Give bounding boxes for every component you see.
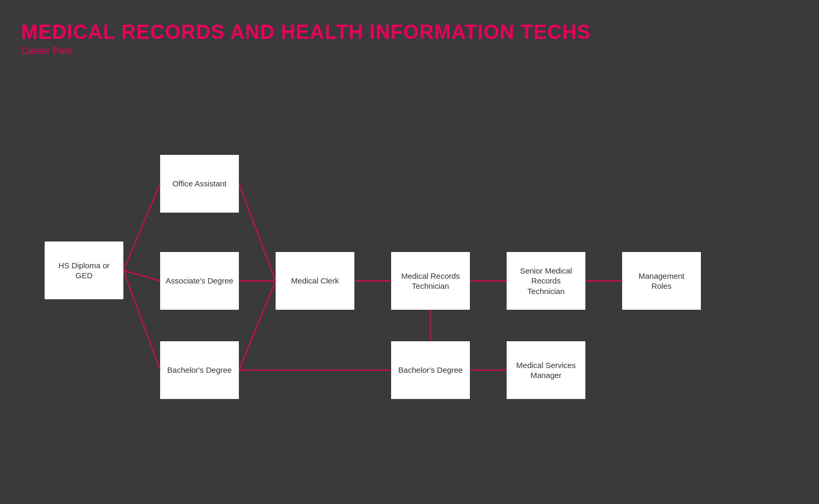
node-medical-records-tech: Medical Records Technician [391, 252, 470, 310]
node-medical-clerk: Medical Clerk [276, 252, 354, 310]
svg-line-1 [123, 270, 160, 281]
node-senior-medical-records: Senior Medical Records Technician [507, 252, 585, 310]
svg-line-2 [123, 270, 160, 370]
diagram: HS Diploma or GEDOffice AssistantAssocia… [0, 74, 819, 472]
header: MEDICAL RECORDS AND HEALTH INFORMATION T… [0, 0, 819, 61]
svg-line-5 [239, 281, 276, 370]
page-subtitle: Career Path [21, 46, 798, 57]
node-medical-services-manager: Medical Services Manager [507, 341, 585, 399]
page-title: MEDICAL RECORDS AND HEALTH INFORMATION T… [21, 21, 798, 44]
node-associates-degree: Associate's Degree [160, 252, 239, 310]
node-bachelors-degree-2: Bachelor's Degree [391, 341, 470, 399]
node-bachelors-degree-1: Bachelor's Degree [160, 341, 239, 399]
svg-line-0 [123, 184, 160, 270]
node-management-roles: Management Roles [622, 252, 701, 310]
svg-line-3 [239, 184, 276, 281]
node-hs-diploma: HS Diploma or GED [45, 242, 123, 299]
node-office-assistant: Office Assistant [160, 155, 239, 213]
